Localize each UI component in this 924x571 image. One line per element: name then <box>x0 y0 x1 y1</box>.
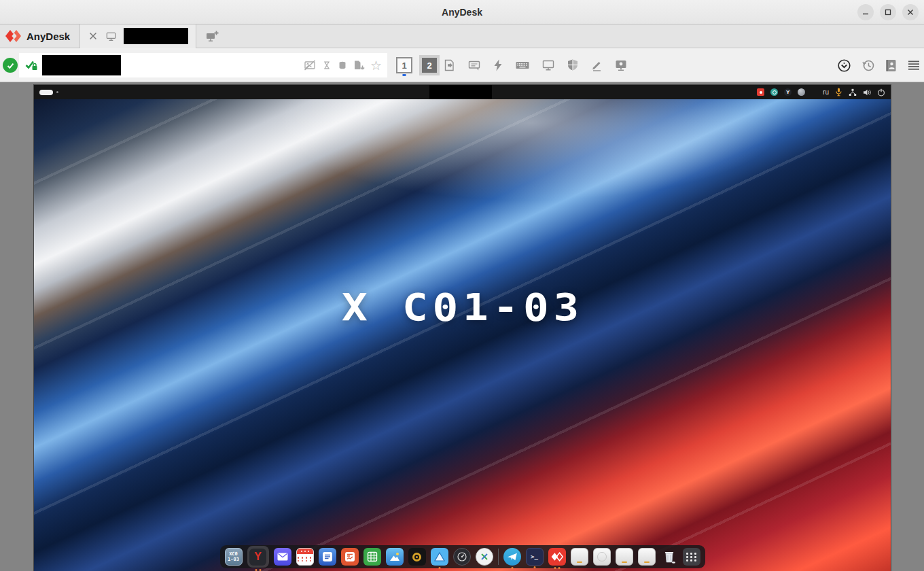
session-transfer-icon[interactable] <box>443 58 456 72</box>
tab-close-icon[interactable] <box>88 31 99 41</box>
screen-record-icon[interactable] <box>614 59 628 72</box>
tab-title-redacted <box>124 28 188 44</box>
sphere-tray-icon[interactable] <box>798 88 805 96</box>
monitor-1-indicator <box>403 74 406 76</box>
network-icon[interactable] <box>849 88 857 97</box>
window-controls <box>857 4 919 20</box>
chat-icon[interactable] <box>467 59 481 72</box>
remote-top-panel: Y ru <box>34 85 891 99</box>
minimize-button[interactable] <box>857 4 874 20</box>
monitor-2-button[interactable]: 2 <box>419 55 440 75</box>
dock-terminal[interactable]: >_ <box>526 548 544 566</box>
display-icon[interactable] <box>541 59 555 71</box>
power-icon[interactable] <box>877 88 885 97</box>
session-info-bar[interactable]: ☆ <box>19 53 387 77</box>
remote-clock-redacted <box>429 85 492 99</box>
remote-app-menu-redacted[interactable] <box>39 90 53 95</box>
verified-lock-icon <box>24 58 38 72</box>
screenshot-disabled-icon[interactable] <box>303 59 317 71</box>
panel-dot <box>56 91 58 93</box>
dock-calendar[interactable] <box>296 548 314 566</box>
peer-name-redacted <box>42 55 121 75</box>
dock-app-generic-1[interactable] <box>571 548 588 566</box>
monitor-plus-icon <box>205 30 219 43</box>
dock-app-grid[interactable] <box>683 548 700 566</box>
new-session-button[interactable] <box>205 30 219 43</box>
dock-separator <box>498 549 499 565</box>
remote-viewer-area: Y ru <box>0 82 924 571</box>
disk-icon[interactable] <box>337 59 348 71</box>
recorder-tray-icon[interactable] <box>757 88 764 96</box>
address-book-icon[interactable] <box>885 58 898 73</box>
brand-label: AnyDesk <box>26 31 70 42</box>
toolbar-actions <box>443 48 628 82</box>
whiteboard-pencil-icon[interactable] <box>590 58 603 72</box>
dock-diagnostics[interactable] <box>476 548 493 566</box>
remote-dock: XC0 1-03 Y <box>220 545 705 568</box>
remote-wallpaper: X C01-03 XC0 1-03 Y <box>34 99 891 571</box>
maximize-button[interactable] <box>880 4 896 20</box>
dock-trash[interactable] <box>660 548 678 566</box>
dock-system-monitor[interactable] <box>453 548 471 566</box>
dock-spreadsheet-editor[interactable] <box>363 548 381 566</box>
toolbar-right <box>837 48 921 82</box>
actions-lightning-icon[interactable] <box>493 58 503 72</box>
volume-icon[interactable] <box>863 88 871 97</box>
tab-monitor-icon <box>105 31 118 42</box>
session-toolbar: ☆ 1 2 <box>0 48 924 82</box>
wallpaper-text: X C01-03 <box>342 285 584 329</box>
favorite-star-icon[interactable]: ☆ <box>370 59 382 72</box>
keyboard-icon[interactable] <box>515 60 530 71</box>
dock-anydesk[interactable] <box>548 548 566 566</box>
dock-presentation-editor[interactable] <box>341 548 359 566</box>
close-icon <box>906 8 914 16</box>
microphone-icon[interactable] <box>835 88 842 97</box>
clock-app-tray-icon[interactable] <box>770 88 778 96</box>
monitor-2-label: 2 <box>422 58 437 73</box>
maximize-icon <box>884 8 892 16</box>
dock-navigator[interactable] <box>431 548 448 566</box>
terminal-glyph: >_ <box>531 553 538 560</box>
yandex-tray-icon[interactable]: Y <box>784 88 792 96</box>
session-tab[interactable] <box>79 24 196 48</box>
dock-text-editor[interactable] <box>319 548 336 566</box>
dock-yandex-browser[interactable]: Y <box>247 546 269 568</box>
keyboard-layout-indicator[interactable]: ru <box>823 89 829 96</box>
tab-bar: AnyDesk <box>0 24 924 48</box>
minimize-icon <box>861 8 870 16</box>
accept-session-icon[interactable] <box>837 58 851 73</box>
monitor-switcher: 1 2 <box>396 48 440 82</box>
dock-telegram[interactable] <box>503 548 521 566</box>
permissions-shield-icon[interactable] <box>567 58 579 72</box>
dock-app-generic-2[interactable] <box>593 548 611 566</box>
dock-app-generic-4[interactable] <box>638 548 656 566</box>
session-bar-icons: ☆ <box>303 59 382 72</box>
monitor-1-label: 1 <box>402 60 406 71</box>
dock-app-generic-3[interactable] <box>616 548 633 566</box>
remote-system-tray: Y ru <box>757 88 885 97</box>
window-title: AnyDesk <box>0 0 924 24</box>
window-titlebar: AnyDesk <box>0 0 924 24</box>
brand: AnyDesk <box>5 29 70 44</box>
hourglass-icon[interactable] <box>321 59 332 71</box>
history-icon[interactable] <box>861 58 875 73</box>
menu-icon[interactable] <box>907 59 921 71</box>
connection-status <box>3 58 18 73</box>
dock-media-player[interactable] <box>408 548 426 566</box>
anydesk-logo-icon <box>5 29 22 44</box>
dock-file-manager-xc01-03[interactable]: XC0 1-03 <box>225 548 243 566</box>
dock-image-viewer[interactable] <box>386 548 404 566</box>
dock-mail[interactable] <box>274 548 291 566</box>
connected-check-icon <box>6 61 15 70</box>
file-download-icon[interactable] <box>353 59 366 71</box>
monitor-1-button[interactable]: 1 <box>396 57 412 73</box>
remote-screen[interactable]: Y ru <box>34 85 891 571</box>
close-button[interactable] <box>902 4 919 20</box>
yandex-browser-icon: Y <box>249 549 266 566</box>
anydesk-window: AnyDesk AnyDesk <box>0 0 924 571</box>
